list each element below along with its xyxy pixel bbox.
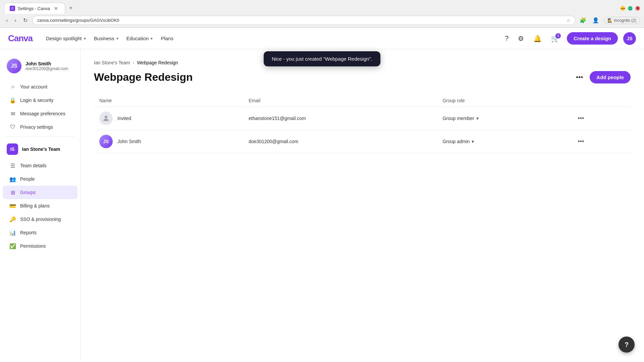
member-actions-cell: ••• xyxy=(570,107,631,130)
main-layout: JS John Smith doe301200@gmail.com ○ Your… xyxy=(0,49,644,360)
nav-item-business[interactable]: Business ▾ xyxy=(94,34,118,43)
sidebar-label-your-account: Your account xyxy=(20,84,47,89)
browser-right-icons: 🧩 👤 🕵 Incognito (2) xyxy=(578,16,640,25)
role-label: Group member xyxy=(442,116,474,121)
member-cell: JS John Smith xyxy=(99,135,238,148)
settings-button[interactable]: ⚙ xyxy=(516,33,526,45)
row-more-button[interactable]: ••• xyxy=(576,136,586,147)
education-chevron-icon: ▾ xyxy=(151,36,153,41)
sidebar-team-header[interactable]: IS Ian Stone's Team xyxy=(0,139,80,159)
people-icon: 👥 xyxy=(9,176,16,182)
browser-refresh-button[interactable]: ↻ xyxy=(21,16,30,25)
member-email-cell: doe301200@gmail.com xyxy=(243,130,437,153)
sidebar-label-billing-plans: Billing & plans xyxy=(20,203,50,208)
breadcrumb-separator: › xyxy=(132,60,134,65)
page-header: Webpage Redesign ••• Add people xyxy=(94,71,631,84)
sidebar-avatar-initials: JS xyxy=(7,59,21,73)
table-body: Invited ethanstone151@gmail.com Group me… xyxy=(94,107,631,153)
browser-tab[interactable]: C Settings - Canva ✕ xyxy=(4,3,65,14)
top-nav-right: ? ⚙ 🔔 🛒 1 Create a design JS xyxy=(503,32,636,45)
table-row: JS John Smith doe301200@gmail.com Group … xyxy=(94,130,631,153)
chart-icon: 📊 xyxy=(9,229,16,236)
sidebar-item-permissions[interactable]: ✅ Permissions xyxy=(3,239,77,253)
nav-item-plans[interactable]: Plans xyxy=(161,34,173,43)
help-button[interactable]: ? xyxy=(503,33,511,44)
toast-message: Nice - you just created "Webpage Redesig… xyxy=(272,56,372,62)
table-header: Name Email Group role xyxy=(94,95,631,107)
member-role-cell: Group member ▾ xyxy=(437,107,570,130)
sidebar-item-your-account[interactable]: ○ Your account xyxy=(3,80,77,94)
nav-label-business: Business xyxy=(94,36,114,41)
browser-back-button[interactable]: ‹ xyxy=(4,16,10,25)
member-email: ethanstone151@gmail.com xyxy=(249,116,306,121)
col-header-email: Email xyxy=(243,95,437,107)
sidebar-item-reports[interactable]: 📊 Reports xyxy=(3,226,77,239)
member-email: doe301200@gmail.com xyxy=(249,139,298,144)
star-icon[interactable]: ☆ xyxy=(567,18,571,23)
page-title: Webpage Redesign xyxy=(94,71,193,83)
more-options-button[interactable]: ••• xyxy=(573,71,586,84)
notifications-button[interactable]: 🔔 xyxy=(531,33,544,45)
member-name: Invited xyxy=(117,116,131,121)
role-select[interactable]: Group admin ▾ xyxy=(442,139,565,144)
sidebar-team-section: ☰ Team details 👥 People ⊞ Groups 💳 Billi… xyxy=(0,159,80,253)
members-table: Name Email Group role xyxy=(94,95,631,153)
address-bar[interactable]: canva.com/settings/groups/GAGVxcibOK0 ☆ xyxy=(32,16,576,25)
canva-logo-mark: Canva xyxy=(8,33,33,44)
sidebar-item-privacy-settings[interactable]: 🛡 Privacy settings xyxy=(3,120,77,134)
window-minimize-button[interactable]: — xyxy=(621,6,625,11)
incognito-badge[interactable]: 🕵 Incognito (2) xyxy=(604,17,640,24)
browser-chrome: C Settings - Canva ✕ + — □ ✕ ‹ › ↻ canva… xyxy=(0,0,644,28)
sidebar-label-groups: Groups xyxy=(20,190,36,195)
member-name: John Smith xyxy=(117,139,141,144)
invited-avatar xyxy=(99,112,113,125)
profile-icon[interactable]: 👤 xyxy=(591,16,600,25)
team-avatar: IS xyxy=(7,143,18,155)
cart-badge: 1 xyxy=(555,33,561,39)
browser-forward-button[interactable]: › xyxy=(12,16,18,25)
sidebar-label-reports: Reports xyxy=(20,230,37,235)
sidebar-item-message-preferences[interactable]: ✉ Message preferences xyxy=(3,107,77,120)
user-profile[interactable]: JS John Smith doe301200@gmail.com xyxy=(0,55,80,80)
role-select[interactable]: Group member ▾ xyxy=(442,116,565,121)
sidebar-account-section: ○ Your account 🔒 Login & security ✉ Mess… xyxy=(0,80,80,134)
create-design-button[interactable]: Create a design xyxy=(567,32,618,45)
address-bar-row: ‹ › ↻ canva.com/settings/groups/GAGVxcib… xyxy=(0,14,644,27)
member-cell: Invited xyxy=(99,112,238,125)
add-people-button[interactable]: Add people xyxy=(590,71,631,83)
sidebar-item-groups[interactable]: ⊞ Groups xyxy=(3,186,77,199)
sidebar-item-login-security[interactable]: 🔒 Login & security xyxy=(3,94,77,107)
window-close-button[interactable]: ✕ xyxy=(635,6,640,11)
nav-item-design-spotlight[interactable]: Design spotlight ▾ xyxy=(46,34,86,43)
table-row: Invited ethanstone151@gmail.com Group me… xyxy=(94,107,631,130)
canva-logo[interactable]: Canva xyxy=(8,33,33,44)
col-header-name: Name xyxy=(94,95,243,107)
content-area: Ian Stone's Team › Webpage Redesign Webp… xyxy=(80,49,644,360)
sidebar-item-billing-plans[interactable]: 💳 Billing & plans xyxy=(3,199,77,213)
incognito-label: Incognito (2) xyxy=(614,18,636,23)
nav-label-education: Education xyxy=(126,36,149,41)
new-tab-button[interactable]: + xyxy=(66,3,75,13)
tab-favicon: C xyxy=(10,6,15,11)
sidebar-item-people[interactable]: 👥 People xyxy=(3,172,77,186)
breadcrumb-team[interactable]: Ian Stone's Team xyxy=(94,60,130,65)
nav-item-education[interactable]: Education ▾ xyxy=(126,34,153,43)
cart-button[interactable]: 🛒 1 xyxy=(549,33,561,45)
app: Canva Design spotlight ▾ Business ▾ Educ… xyxy=(0,28,644,360)
john-smith-avatar-initials: JS xyxy=(99,135,113,148)
member-email-cell: ethanstone151@gmail.com xyxy=(243,107,437,130)
user-avatar[interactable]: JS xyxy=(623,32,636,45)
nav-label-plans: Plans xyxy=(161,36,173,41)
help-fab-button[interactable]: ? xyxy=(619,337,635,353)
url-text: canva.com/settings/groups/GAGVxcibOK0 xyxy=(37,18,119,23)
row-more-button[interactable]: ••• xyxy=(576,113,586,124)
extension-icon[interactable]: 🧩 xyxy=(578,16,588,25)
sidebar-item-team-details[interactable]: ☰ Team details xyxy=(3,159,77,172)
member-name-cell: Invited xyxy=(94,107,243,130)
tab-close-button[interactable]: ✕ xyxy=(53,5,59,12)
sidebar-user-email: doe301200@gmail.com xyxy=(25,66,68,71)
sidebar-item-sso-provisioning[interactable]: 🔑 SSO & provisioning xyxy=(3,213,77,226)
sidebar-label-sso-provisioning: SSO & provisioning xyxy=(20,217,61,222)
sidebar-label-permissions: Permissions xyxy=(20,243,46,249)
window-maximize-button[interactable]: □ xyxy=(628,6,633,11)
